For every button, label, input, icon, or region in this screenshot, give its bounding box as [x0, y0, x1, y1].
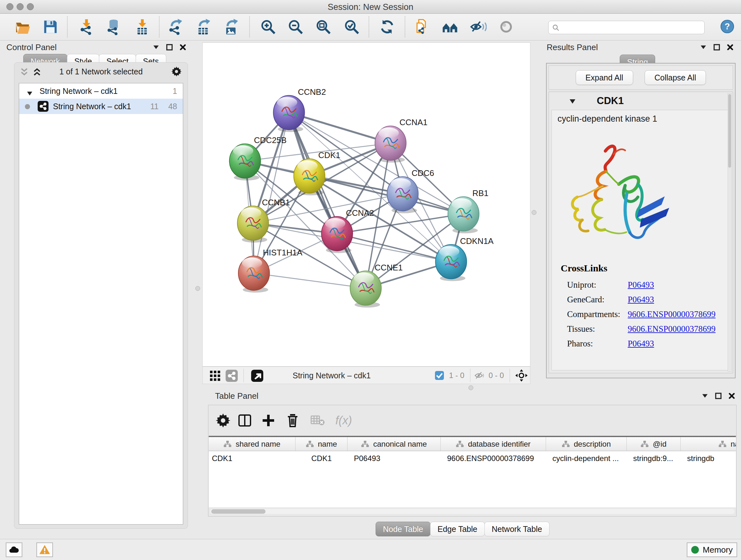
- column-header-namespace[interactable]: namespace: [681, 437, 736, 451]
- cell-@id[interactable]: stringdb:9...: [627, 451, 681, 466]
- zoom-fit-button[interactable]: [314, 17, 333, 37]
- collection-expand-caret-icon[interactable]: [27, 88, 32, 93]
- column-header-@id[interactable]: @id: [627, 437, 681, 451]
- network-view-title: String Network – cdk1: [293, 371, 371, 380]
- tab-network-table[interactable]: Network Table: [484, 522, 549, 537]
- right-splitter-handle[interactable]: [532, 210, 536, 215]
- network-row-selected[interactable]: String Network – cdk1 11 48: [19, 99, 183, 114]
- hide-selected-button[interactable]: [469, 17, 488, 37]
- tab-edge-table[interactable]: Edge Table: [430, 522, 485, 537]
- table-toolbar: f(x): [208, 405, 736, 435]
- column-header-shared-name[interactable]: shared name: [209, 437, 295, 451]
- edge-HIST1H1A-CCNE1[interactable]: [254, 273, 366, 288]
- tab-node-table[interactable]: Node Table: [376, 522, 430, 537]
- panel-close-icon[interactable]: [727, 44, 734, 51]
- node-CCNB1[interactable]: [238, 206, 269, 243]
- zoom-out-button[interactable]: [286, 17, 305, 37]
- cloud-icon: [8, 544, 20, 556]
- import-network-database-button[interactable]: [104, 17, 123, 37]
- panel-float-icon[interactable]: [166, 44, 173, 51]
- panel-close-icon[interactable]: [728, 392, 735, 399]
- table-settings-gear-icon[interactable]: [215, 413, 231, 428]
- cell-shared-name[interactable]: CDK1: [209, 451, 295, 466]
- search-input[interactable]: [562, 22, 701, 33]
- bottom-splitter-handle[interactable]: [468, 385, 473, 390]
- network-share-view-icon[interactable]: [226, 370, 238, 382]
- new-network-from-selection-button[interactable]: [412, 17, 431, 37]
- help-button[interactable]: ?: [720, 19, 735, 34]
- cell-database-identifier[interactable]: 9606.ENSP00000378699: [441, 451, 546, 466]
- crosslink-link[interactable]: 9606.ENSP00000378699: [628, 309, 716, 319]
- node-RB1[interactable]: [448, 197, 479, 233]
- first-neighbors-button[interactable]: [441, 17, 460, 37]
- open-file-button[interactable]: [13, 17, 32, 37]
- crosslinks-title: CrossLinks: [561, 263, 607, 273]
- save-session-button[interactable]: [41, 17, 60, 37]
- panel-float-icon[interactable]: [713, 44, 720, 51]
- import-network-file-button[interactable]: [77, 17, 96, 37]
- warnings-button[interactable]: [37, 543, 53, 557]
- memory-button[interactable]: Memory: [687, 543, 737, 557]
- birdseye-navigator-icon[interactable]: [515, 369, 528, 382]
- hide-selected-icon: [470, 18, 487, 35]
- cell-description[interactable]: cyclin-dependent ...: [546, 451, 627, 466]
- import-table-file-button[interactable]: [133, 17, 152, 37]
- crosslink-link[interactable]: P06493: [628, 339, 654, 349]
- apply-layout-button[interactable]: [378, 17, 397, 37]
- show-all-button[interactable]: [496, 17, 516, 37]
- crosslink-link[interactable]: P06493: [628, 295, 654, 305]
- zoom-selected-icon: [343, 18, 360, 35]
- network-collection-row[interactable]: String Network – cdk1 1: [19, 83, 183, 99]
- svg-text:f(x): f(x): [335, 414, 352, 427]
- detach-view-icon[interactable]: [251, 370, 263, 382]
- panel-menu-icon[interactable]: [152, 44, 159, 51]
- panel-close-icon[interactable]: [179, 44, 186, 51]
- network-options-gear-icon[interactable]: [171, 66, 182, 77]
- panel-float-icon[interactable]: [715, 392, 722, 399]
- cell-canonical-name[interactable]: P06493: [347, 451, 441, 466]
- node-HIST1H1A[interactable]: [239, 256, 270, 293]
- entry-collapse-caret-icon[interactable]: [569, 99, 576, 104]
- crosslink-label: Uniprot:: [567, 280, 596, 290]
- crosslink-link[interactable]: P06493: [628, 280, 654, 290]
- panel-menu-icon[interactable]: [700, 44, 707, 51]
- node-CCNB2[interactable]: [273, 96, 305, 132]
- add-column-icon[interactable]: [261, 413, 276, 428]
- node-CCNE1[interactable]: [350, 271, 381, 308]
- crosslink-link[interactable]: 9606.ENSP00000378699: [628, 324, 716, 334]
- protein-structure-image: [557, 136, 683, 253]
- network-canvas[interactable]: CCNB2CCNA1CDC25BCDK1CDC6RB1CCNB1CCNA2CDK…: [202, 43, 530, 367]
- left-splitter-handle[interactable]: [195, 286, 200, 291]
- selected-checkbox-icon[interactable]: [435, 371, 444, 380]
- table-tabs: Node TableEdge TableNetwork Table: [376, 522, 549, 537]
- node-CDC25B[interactable]: [229, 144, 261, 180]
- node-CCNA1[interactable]: [375, 126, 406, 163]
- collapse-all-button[interactable]: Collapse All: [645, 70, 706, 85]
- cell-namespace[interactable]: stringdb: [681, 451, 736, 466]
- node-CDC6[interactable]: [387, 177, 418, 213]
- export-network-button[interactable]: [165, 17, 185, 37]
- cell-name[interactable]: CDK1: [295, 451, 347, 466]
- panel-menu-icon[interactable]: [701, 392, 709, 399]
- export-image-button[interactable]: [221, 17, 241, 37]
- zoom-selected-button[interactable]: [342, 17, 361, 37]
- node-table[interactable]: shared namenamecanonical namedatabase id…: [209, 436, 736, 507]
- edge-CCNB2-CCNE1[interactable]: [289, 113, 366, 288]
- zoom-in-button[interactable]: [259, 17, 278, 37]
- crosslink-row: Uniprot:P06493: [552, 280, 730, 295]
- export-table-button[interactable]: [194, 17, 213, 37]
- column-header-database-identifier[interactable]: database identifier: [441, 437, 546, 451]
- cloud-button[interactable]: [6, 543, 22, 557]
- delete-column-trash-icon[interactable]: [285, 413, 300, 428]
- column-header-description[interactable]: description: [546, 437, 627, 451]
- table-horizontal-scrollbar[interactable]: [210, 509, 735, 514]
- search-box[interactable]: [548, 21, 704, 34]
- expand-all-button[interactable]: Expand All: [576, 70, 633, 85]
- node-CDKN1A[interactable]: [435, 245, 467, 281]
- split-panes-icon[interactable]: [237, 413, 253, 428]
- column-header-name[interactable]: name: [295, 437, 347, 451]
- column-header-canonical-name[interactable]: canonical name: [347, 437, 441, 451]
- grid-view-icon[interactable]: [209, 370, 221, 382]
- results-scrollbar[interactable]: [728, 93, 732, 372]
- svg-text:?: ?: [725, 22, 730, 31]
